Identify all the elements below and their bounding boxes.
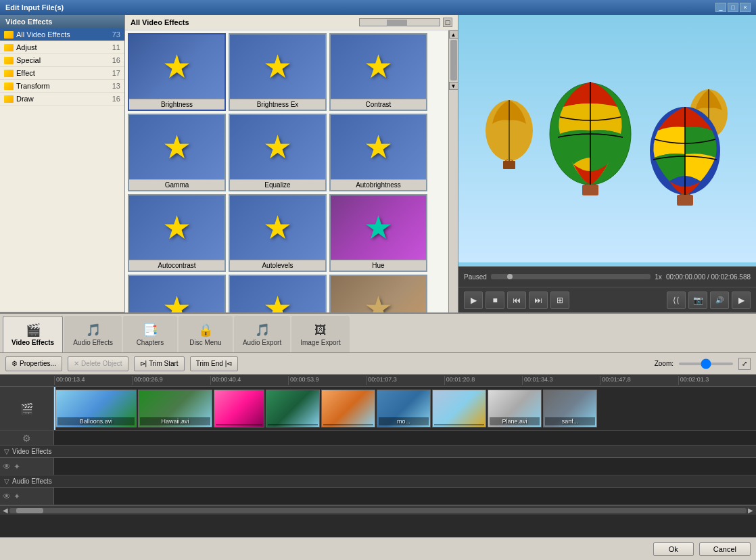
video-track-header: 🎬	[0, 387, 54, 430]
scroll-left-arrow[interactable]: ◀	[1, 507, 9, 514]
h-scroll-track[interactable]	[9, 508, 747, 513]
effect-item-special[interactable]: Special 16	[0, 54, 124, 67]
scroll-up-btn[interactable]: ▲	[449, 30, 458, 39]
effect-name-effect: Effect	[16, 69, 112, 77]
effect-cell-contrast[interactable]: ★ Contrast	[329, 33, 427, 111]
svg-rect-16	[677, 195, 693, 206]
screenshot-button[interactable]: 📷	[688, 291, 707, 309]
rewind-button[interactable]: ⟨⟨	[667, 291, 686, 309]
effect-item-adjust[interactable]: Adjust 11	[0, 41, 124, 54]
h-scrollbar-top[interactable]	[359, 18, 440, 26]
clips-container: Balloons.avi Hawaii.avi mo.	[54, 388, 598, 429]
effect-item-effect[interactable]: Effect 17	[0, 67, 124, 80]
clip-label-balloons: Balloons.avi	[57, 417, 135, 425]
effect-item-transform[interactable]: Transform 13	[0, 80, 124, 93]
effect-cell-hue[interactable]: ★ Hue	[329, 194, 427, 272]
center-grid-container[interactable]: ★ Brightness ★ Brightness Ex ★ Contrast	[125, 30, 458, 312]
h-scrollbar-bottom[interactable]: ◀ ▶	[0, 505, 756, 515]
tab-disc-menu-label: Disc Menu	[189, 339, 221, 346]
prev-frame-button[interactable]: ⏮	[507, 291, 526, 309]
effect-cell-gamma[interactable]: ★ Gamma	[128, 114, 226, 191]
zoom-expand-btn[interactable]: ⤢	[738, 358, 751, 370]
effect-cell-autobrightness[interactable]: ★ Autobrightness	[329, 114, 427, 191]
tab-audio-export[interactable]: 🎵 Audio Export	[234, 316, 290, 352]
clip-lake[interactable]	[266, 390, 320, 427]
effect-cell-brightness-ex[interactable]: ★ Brightness Ex	[229, 33, 327, 111]
effect-cell-brightness[interactable]: ★ Brightness	[128, 33, 226, 111]
tab-chapters[interactable]: 📑 Chapters	[123, 316, 177, 352]
video-effects-collapse-btn[interactable]: ▽	[4, 448, 9, 455]
trim-end-button[interactable]: Trim End |⊲	[190, 356, 239, 371]
audio-effects-eye-btn[interactable]: 👁	[3, 492, 11, 501]
trim-start-button[interactable]: ⊳| Trim Start	[134, 356, 185, 371]
effect-cell-partial1[interactable]: ★	[128, 275, 226, 312]
tab-video-effects-label: Video Effects	[11, 339, 54, 346]
time-total: 00:02:06.588	[711, 273, 751, 281]
folder-icon-special	[4, 57, 14, 64]
time-display: 00:00:00.000 / 00:02:06.588	[666, 273, 751, 281]
left-panel: Video Effects All Video Effects 73 Adjus…	[0, 15, 125, 312]
zoom-slider[interactable]	[679, 363, 733, 365]
clip-beach[interactable]	[321, 390, 375, 427]
effect-item-all[interactable]: All Video Effects 73	[0, 28, 124, 41]
scroll-right-arrow[interactable]: ▶	[747, 507, 755, 514]
close-button[interactable]: ×	[740, 3, 751, 12]
audio-effects-magic-btn[interactable]: ✦	[14, 492, 20, 501]
properties-button[interactable]: ⚙ Properties...	[5, 356, 62, 371]
effect-label-gamma: Gamma	[129, 179, 225, 190]
effect-cell-autolevels[interactable]: ★ Autolevels	[229, 194, 327, 272]
clip-mo[interactable]: mo...	[377, 390, 431, 427]
audio-effects-icon: 🎵	[86, 323, 101, 337]
play-button[interactable]: ▶	[464, 291, 483, 309]
scroll-thumb	[450, 40, 457, 80]
left-panel-header: Video Effects	[0, 15, 124, 28]
effect-label-brightness-ex: Brightness Ex	[230, 99, 325, 110]
clip-flowers[interactable]	[214, 390, 264, 427]
fullscreen-button[interactable]: ⊞	[550, 291, 569, 309]
stop-button[interactable]: ■	[486, 291, 504, 309]
volume-button[interactable]: 🔊	[710, 291, 729, 309]
clip-balloons[interactable]: Balloons.avi	[55, 390, 137, 427]
clip-hawaii[interactable]: Hawaii.avi	[138, 390, 212, 427]
effect-item-draw[interactable]: Draw 16	[0, 93, 124, 106]
tab-disc-menu[interactable]: 🔒 Disc Menu	[179, 316, 233, 352]
video-track-content: Balloons.avi Hawaii.avi mo.	[54, 387, 756, 430]
scrollbar-max-btn[interactable]: □	[443, 18, 452, 27]
tab-audio-effects[interactable]: 🎵 Audio Effects	[64, 316, 122, 352]
video-effects-eye-btn[interactable]: 👁	[3, 462, 11, 471]
v-scrollbar[interactable]: ▲ ▼	[448, 30, 458, 312]
ok-button[interactable]: Ok	[653, 542, 694, 556]
effect-name-adjust: Adjust	[16, 43, 112, 51]
scroll-down-btn[interactable]: ▼	[449, 82, 458, 90]
ruler-mark-8: 00:02:01.3	[678, 376, 756, 385]
time-current: 00:00:00.000	[666, 273, 705, 281]
effect-cell-partial2[interactable]: ★	[229, 275, 327, 312]
clip-boat[interactable]	[432, 390, 486, 427]
progress-bar[interactable]	[491, 274, 651, 279]
minimize-button[interactable]: _	[715, 3, 726, 12]
more-button[interactable]: ▶	[732, 291, 751, 309]
next-frame-button[interactable]: ⏭	[529, 291, 548, 309]
effect-cell-autocontrast[interactable]: ★ Autocontrast	[128, 194, 226, 272]
clip-label-boat	[434, 424, 484, 425]
video-preview	[458, 15, 756, 266]
audio-effects-collapse-btn[interactable]: ▽	[4, 477, 9, 485]
delete-button[interactable]: ✕ Delete Object	[68, 356, 128, 371]
delete-label: Delete Object	[81, 360, 122, 367]
maximize-button[interactable]: □	[728, 3, 738, 12]
clip-sanf[interactable]: sanf...	[543, 390, 597, 427]
video-effects-magic-btn[interactable]: ✦	[14, 462, 20, 471]
effect-cell-partial3[interactable]: ★	[329, 275, 427, 312]
effect-name-transform: Transform	[16, 82, 112, 90]
cancel-button[interactable]: Cancel	[699, 542, 751, 556]
effect-cell-equalize[interactable]: ★ Equalize	[229, 114, 327, 191]
tab-video-effects[interactable]: 🎬 Video Effects	[3, 316, 63, 352]
tab-image-export[interactable]: 🖼 Image Export	[291, 316, 349, 352]
tab-image-export-label: Image Export	[300, 339, 340, 346]
video-effects-track-label: Video Effects	[12, 448, 52, 455]
effect-label-autobrightness: Autobrightness	[331, 179, 426, 190]
star-icon-partial2: ★	[263, 289, 292, 313]
zoom-label: Zoom:	[655, 360, 674, 367]
clip-plane[interactable]: Plane.avi	[488, 390, 542, 427]
effect-name-draw: Draw	[16, 95, 112, 103]
